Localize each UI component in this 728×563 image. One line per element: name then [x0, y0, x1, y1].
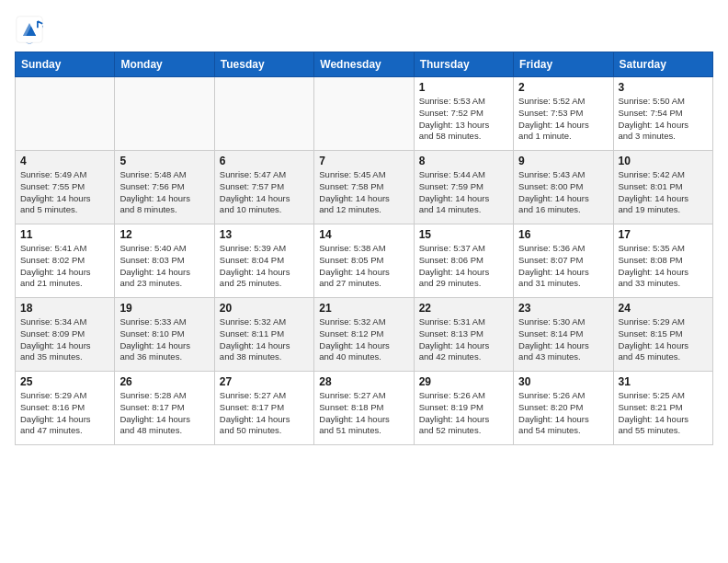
day-info: Sunrise: 5:29 AM Sunset: 8:16 PM Dayligh…	[20, 390, 109, 437]
week-row-1: 1Sunrise: 5:53 AM Sunset: 7:52 PM Daylig…	[16, 77, 713, 151]
logo	[15, 15, 48, 44]
day-number: 27	[220, 375, 309, 388]
calendar-cell: 20Sunrise: 5:32 AM Sunset: 8:11 PM Dayli…	[214, 298, 313, 372]
day-number: 5	[119, 155, 209, 167]
calendar-cell	[115, 77, 214, 151]
day-number: 18	[20, 302, 109, 315]
calendar-cell: 3Sunrise: 5:50 AM Sunset: 7:54 PM Daylig…	[613, 77, 712, 151]
week-row-3: 11Sunrise: 5:41 AM Sunset: 8:02 PM Dayli…	[16, 224, 713, 298]
day-number: 23	[518, 302, 608, 315]
calendar-cell: 5Sunrise: 5:48 AM Sunset: 7:56 PM Daylig…	[115, 151, 214, 224]
calendar-cell: 4Sunrise: 5:49 AM Sunset: 7:55 PM Daylig…	[16, 151, 115, 224]
calendar-cell: 10Sunrise: 5:42 AM Sunset: 8:01 PM Dayli…	[613, 151, 712, 224]
calendar-cell: 18Sunrise: 5:34 AM Sunset: 8:09 PM Dayli…	[16, 298, 115, 372]
day-number: 31	[619, 375, 708, 388]
day-number: 14	[319, 228, 408, 241]
day-info: Sunrise: 5:27 AM Sunset: 8:18 PM Dayligh…	[319, 390, 408, 437]
calendar-table: SundayMondayTuesdayWednesdayThursdayFrid…	[15, 52, 713, 445]
page-header	[15, 15, 713, 44]
day-number: 7	[319, 155, 408, 167]
column-header-tuesday: Tuesday	[214, 52, 313, 77]
calendar-cell: 24Sunrise: 5:29 AM Sunset: 8:15 PM Dayli…	[613, 298, 712, 372]
day-number: 29	[419, 375, 508, 388]
column-header-saturday: Saturday	[613, 52, 712, 77]
day-number: 16	[518, 228, 608, 241]
logo-icon	[15, 15, 44, 44]
calendar-cell: 27Sunrise: 5:27 AM Sunset: 8:17 PM Dayli…	[214, 372, 313, 445]
day-info: Sunrise: 5:52 AM Sunset: 7:53 PM Dayligh…	[518, 96, 608, 143]
day-info: Sunrise: 5:44 AM Sunset: 7:59 PM Dayligh…	[419, 169, 508, 216]
calendar-cell: 8Sunrise: 5:44 AM Sunset: 7:59 PM Daylig…	[414, 151, 513, 224]
day-info: Sunrise: 5:50 AM Sunset: 7:54 PM Dayligh…	[619, 96, 708, 143]
day-info: Sunrise: 5:41 AM Sunset: 8:02 PM Dayligh…	[20, 243, 109, 290]
day-info: Sunrise: 5:26 AM Sunset: 8:20 PM Dayligh…	[518, 390, 608, 437]
calendar-cell: 11Sunrise: 5:41 AM Sunset: 8:02 PM Dayli…	[16, 224, 115, 298]
day-info: Sunrise: 5:45 AM Sunset: 7:58 PM Dayligh…	[319, 169, 408, 216]
day-info: Sunrise: 5:47 AM Sunset: 7:57 PM Dayligh…	[220, 169, 309, 216]
column-header-wednesday: Wednesday	[314, 52, 414, 77]
calendar-cell: 14Sunrise: 5:38 AM Sunset: 8:05 PM Dayli…	[314, 224, 414, 298]
day-info: Sunrise: 5:33 AM Sunset: 8:10 PM Dayligh…	[119, 316, 209, 363]
day-info: Sunrise: 5:40 AM Sunset: 8:03 PM Dayligh…	[119, 243, 209, 290]
day-number: 25	[20, 375, 109, 388]
calendar-cell: 19Sunrise: 5:33 AM Sunset: 8:10 PM Dayli…	[115, 298, 214, 372]
day-number: 21	[319, 302, 408, 315]
day-info: Sunrise: 5:37 AM Sunset: 8:06 PM Dayligh…	[419, 243, 508, 290]
day-info: Sunrise: 5:34 AM Sunset: 8:09 PM Dayligh…	[20, 316, 109, 363]
column-header-monday: Monday	[115, 52, 214, 77]
week-row-4: 18Sunrise: 5:34 AM Sunset: 8:09 PM Dayli…	[16, 298, 713, 372]
day-number: 15	[419, 228, 508, 241]
calendar-cell: 6Sunrise: 5:47 AM Sunset: 7:57 PM Daylig…	[214, 151, 313, 224]
day-info: Sunrise: 5:32 AM Sunset: 8:11 PM Dayligh…	[220, 316, 309, 363]
calendar-cell: 17Sunrise: 5:35 AM Sunset: 8:08 PM Dayli…	[613, 224, 712, 298]
day-number: 12	[119, 228, 209, 241]
day-number: 24	[619, 302, 708, 315]
calendar-cell	[16, 77, 115, 151]
calendar-cell: 26Sunrise: 5:28 AM Sunset: 8:17 PM Dayli…	[115, 372, 214, 445]
day-info: Sunrise: 5:36 AM Sunset: 8:07 PM Dayligh…	[518, 243, 608, 290]
day-info: Sunrise: 5:26 AM Sunset: 8:19 PM Dayligh…	[419, 390, 508, 437]
day-number: 10	[619, 155, 708, 167]
day-info: Sunrise: 5:43 AM Sunset: 8:00 PM Dayligh…	[518, 169, 608, 216]
calendar-cell: 30Sunrise: 5:26 AM Sunset: 8:20 PM Dayli…	[514, 372, 613, 445]
day-info: Sunrise: 5:49 AM Sunset: 7:55 PM Dayligh…	[20, 169, 109, 216]
day-info: Sunrise: 5:30 AM Sunset: 8:14 PM Dayligh…	[518, 316, 608, 363]
day-info: Sunrise: 5:25 AM Sunset: 8:21 PM Dayligh…	[619, 390, 708, 437]
day-info: Sunrise: 5:38 AM Sunset: 8:05 PM Dayligh…	[319, 243, 408, 290]
day-info: Sunrise: 5:53 AM Sunset: 7:52 PM Dayligh…	[419, 96, 508, 143]
week-row-2: 4Sunrise: 5:49 AM Sunset: 7:55 PM Daylig…	[16, 151, 713, 224]
day-info: Sunrise: 5:35 AM Sunset: 8:08 PM Dayligh…	[619, 243, 708, 290]
calendar-cell: 29Sunrise: 5:26 AM Sunset: 8:19 PM Dayli…	[414, 372, 513, 445]
day-number: 30	[518, 375, 608, 388]
day-info: Sunrise: 5:27 AM Sunset: 8:17 PM Dayligh…	[220, 390, 309, 437]
day-info: Sunrise: 5:28 AM Sunset: 8:17 PM Dayligh…	[119, 390, 209, 437]
day-number: 22	[419, 302, 508, 315]
day-number: 28	[319, 375, 408, 388]
day-number: 3	[619, 81, 708, 94]
calendar-cell: 13Sunrise: 5:39 AM Sunset: 8:04 PM Dayli…	[214, 224, 313, 298]
day-number: 26	[119, 375, 209, 388]
calendar-cell: 22Sunrise: 5:31 AM Sunset: 8:13 PM Dayli…	[414, 298, 513, 372]
day-info: Sunrise: 5:29 AM Sunset: 8:15 PM Dayligh…	[619, 316, 708, 363]
calendar-cell: 25Sunrise: 5:29 AM Sunset: 8:16 PM Dayli…	[16, 372, 115, 445]
day-number: 19	[119, 302, 209, 315]
day-number: 2	[518, 81, 608, 94]
column-header-sunday: Sunday	[16, 52, 115, 77]
day-number: 1	[419, 81, 508, 94]
calendar-cell: 2Sunrise: 5:52 AM Sunset: 7:53 PM Daylig…	[514, 77, 613, 151]
column-header-friday: Friday	[514, 52, 613, 77]
calendar-cell: 31Sunrise: 5:25 AM Sunset: 8:21 PM Dayli…	[613, 372, 712, 445]
day-number: 4	[20, 155, 109, 167]
calendar-cell: 12Sunrise: 5:40 AM Sunset: 8:03 PM Dayli…	[115, 224, 214, 298]
day-number: 8	[419, 155, 508, 167]
column-header-thursday: Thursday	[414, 52, 513, 77]
day-number: 17	[619, 228, 708, 241]
calendar-cell	[314, 77, 414, 151]
day-info: Sunrise: 5:31 AM Sunset: 8:13 PM Dayligh…	[419, 316, 508, 363]
day-number: 20	[220, 302, 309, 315]
day-info: Sunrise: 5:42 AM Sunset: 8:01 PM Dayligh…	[619, 169, 708, 216]
calendar-cell: 23Sunrise: 5:30 AM Sunset: 8:14 PM Dayli…	[514, 298, 613, 372]
day-info: Sunrise: 5:48 AM Sunset: 7:56 PM Dayligh…	[119, 169, 209, 216]
calendar-cell: 1Sunrise: 5:53 AM Sunset: 7:52 PM Daylig…	[414, 77, 513, 151]
calendar-cell	[214, 77, 313, 151]
